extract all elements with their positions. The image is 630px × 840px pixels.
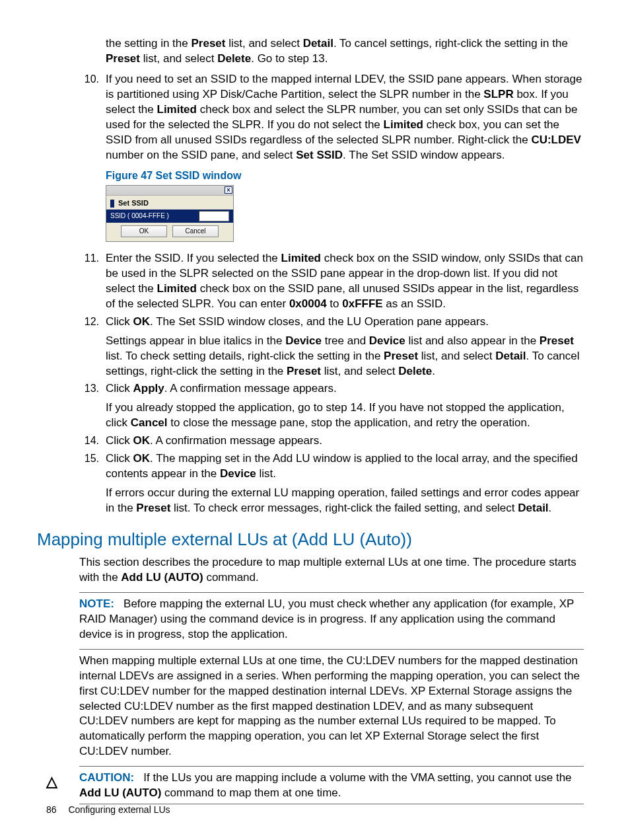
bold-text: 0xFFFE xyxy=(342,297,382,310)
list-number: 12. xyxy=(76,315,106,379)
text: Click xyxy=(106,315,133,328)
window-header: Set SSID xyxy=(106,196,233,210)
list-number: 15. xyxy=(76,451,106,516)
bold-text: Add LU (AUTO) xyxy=(121,571,203,584)
bold-text: CU:LDEV xyxy=(531,134,581,146)
list-item-13: 13. Click Apply. A confirmation message … xyxy=(76,381,584,431)
caution-label: CAUTION: xyxy=(79,771,134,784)
bold-text: Apply xyxy=(133,382,164,395)
figure-set-ssid: × Set SSID SSID ( 0004-FFFE ) OK Cancel xyxy=(106,185,584,242)
text: Enter the SSID. If you selected the xyxy=(106,252,281,264)
bold-text: Preset xyxy=(136,502,170,514)
bold-text: Preset xyxy=(191,37,225,50)
ssid-label: SSID ( 0004-FFFE ) xyxy=(110,211,169,221)
list-item-12: 12. Click OK. The Set SSID window closes… xyxy=(76,315,584,379)
caution-icon: △ xyxy=(46,771,73,801)
divider xyxy=(79,766,584,767)
bold-text: Device xyxy=(285,334,322,347)
divider xyxy=(79,592,584,593)
text: to close the message pane, stop the appl… xyxy=(168,416,530,429)
text: . Go to step 13. xyxy=(251,52,328,65)
text: list, and select xyxy=(225,37,302,50)
bold-text: 0x0004 xyxy=(289,297,327,310)
section-paragraph: When mapping multiple external LUs at on… xyxy=(79,654,584,760)
text: . xyxy=(432,365,435,377)
list-item-14: 14. Click OK. A confirmation message app… xyxy=(76,434,584,449)
button-row: OK Cancel xyxy=(106,223,233,241)
text: list and also appear in the xyxy=(405,334,540,347)
bold-text: Set SSID xyxy=(296,149,343,161)
footer-title: Configuring external LUs xyxy=(68,804,170,815)
caution-block: △ CAUTION: If the LUs you are mapping in… xyxy=(46,771,584,801)
ssid-input[interactable] xyxy=(199,211,229,221)
set-ssid-window: × Set SSID SSID ( 0004-FFFE ) OK Cancel xyxy=(106,185,234,242)
bold-text: OK xyxy=(133,452,151,465)
cancel-button[interactable]: Cancel xyxy=(172,225,219,237)
text: list, and select xyxy=(418,350,495,362)
divider xyxy=(79,649,584,650)
text: . xyxy=(549,502,552,514)
close-icon[interactable]: × xyxy=(225,186,232,194)
text: Click xyxy=(106,382,133,395)
text: Click xyxy=(106,434,133,447)
text: Click xyxy=(106,452,133,465)
bold-text: Add LU (AUTO) xyxy=(79,786,161,799)
bold-text: Limited xyxy=(281,252,321,264)
text: Settings appear in blue italics in the xyxy=(106,334,285,347)
bold-text: OK xyxy=(133,434,151,447)
bold-text: Limited xyxy=(157,103,197,116)
note-block: NOTE: Before mapping the external LU, yo… xyxy=(79,597,584,642)
list-item-continuation: the setting in the Preset list, and sele… xyxy=(106,36,584,67)
text: list, and select xyxy=(140,52,217,65)
text: the setting in the xyxy=(106,37,191,50)
text: . The Set SSID window closes, and the LU… xyxy=(150,315,489,328)
bold-text: Preset xyxy=(287,365,321,377)
text: If the LUs you are mapping include a vol… xyxy=(143,771,571,784)
procedure-list-cont: 11. Enter the SSID. If you selected the … xyxy=(76,251,584,516)
bold-text: Detail xyxy=(518,502,548,514)
bold-text: Limited xyxy=(384,118,423,131)
list-number: 14. xyxy=(76,434,106,449)
section-heading: Mapping multiple external LUs at (Add LU… xyxy=(37,528,584,551)
text: list, and select xyxy=(321,365,398,377)
bold-text: Preset xyxy=(384,350,418,362)
list-number: 10. xyxy=(76,72,106,163)
note-label: NOTE: xyxy=(79,597,114,610)
text: as an SSID. xyxy=(383,297,446,310)
bold-text: Detail xyxy=(303,37,333,50)
window-titlebar: × xyxy=(106,186,233,196)
list-number: 13. xyxy=(76,381,106,431)
list-item-10: 10. If you need to set an SSID to the ma… xyxy=(76,72,584,163)
figure-caption: Figure 47 Set SSID window xyxy=(106,169,584,183)
window-title: Set SSID xyxy=(118,199,149,207)
bold-text: Delete xyxy=(398,365,432,377)
page-footer: 86 Configuring external LUs xyxy=(46,804,170,816)
text: list. To check error messages, right-cli… xyxy=(170,502,518,514)
bold-text: Preset xyxy=(106,52,140,65)
note-text: Before mapping the external LU, you must… xyxy=(79,597,574,640)
ssid-field-row: SSID ( 0004-FFFE ) xyxy=(106,210,233,223)
text: to xyxy=(327,297,343,310)
text: command to map them at one time. xyxy=(161,786,341,799)
header-marker-icon xyxy=(110,200,114,208)
text: number on the SSID pane, and select xyxy=(106,149,296,161)
bold-text: Detail xyxy=(495,350,526,362)
bold-text: Device xyxy=(369,334,405,347)
bold-text: OK xyxy=(133,315,151,328)
section-intro: This section describes the procedure to … xyxy=(79,555,584,586)
text: tree and xyxy=(322,334,369,347)
procedure-list: 10. If you need to set an SSID to the ma… xyxy=(76,72,584,163)
text: list. xyxy=(256,467,276,480)
text: . To cancel settings, right-click the se… xyxy=(333,37,568,50)
text: . A confirmation message appears. xyxy=(164,382,337,395)
bold-text: SLPR xyxy=(483,88,513,100)
ok-button[interactable]: OK xyxy=(121,225,167,237)
list-number: 11. xyxy=(76,251,106,312)
text: . The Set SSID window appears. xyxy=(343,149,505,161)
page-number: 86 xyxy=(46,804,57,815)
bold-text: Cancel xyxy=(131,416,168,429)
bold-text: Delete xyxy=(217,52,251,65)
text: . The mapping set in the Add LU window i… xyxy=(106,452,578,480)
text: list. To check setting details, right-cl… xyxy=(106,350,384,362)
list-item-15: 15. Click OK. The mapping set in the Add… xyxy=(76,451,584,516)
